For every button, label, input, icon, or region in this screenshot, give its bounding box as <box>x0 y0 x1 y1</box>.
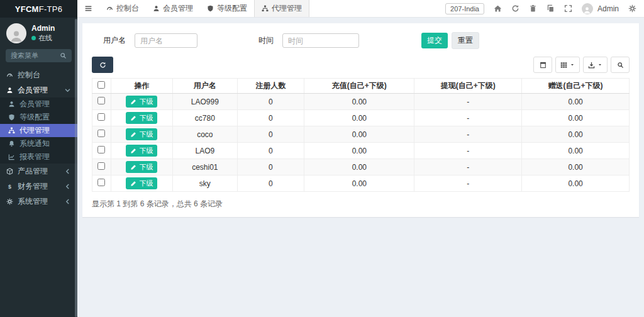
pencil-icon <box>130 115 136 121</box>
sidebar-item-members[interactable]: 会员管理 <box>0 97 77 111</box>
cell-registered: 0 <box>237 143 304 159</box>
table-body: 下级LAO99900.00-0.00下级cc78000.00-0.00下级coc… <box>92 94 630 192</box>
chart-icon <box>8 153 15 160</box>
card-view-button[interactable] <box>533 57 552 73</box>
search-toggle-button[interactable] <box>611 57 630 73</box>
main-area: 控制台 会员管理 等级配置 代理管理 207-India Admin <box>77 0 644 317</box>
home-icon[interactable] <box>494 4 502 13</box>
username-label: 用户名 <box>103 35 126 46</box>
refresh-button[interactable] <box>92 57 113 73</box>
tab-level-config[interactable]: 等级配置 <box>200 0 254 17</box>
row-checkbox[interactable] <box>97 130 105 137</box>
col-header-gift: 赠送(自己+下级) <box>522 79 630 94</box>
navbar-avatar[interactable] <box>582 3 593 14</box>
cell-withdraw: - <box>414 126 522 143</box>
bell-icon <box>8 140 15 147</box>
caret-down-icon <box>597 62 602 67</box>
pencil-icon <box>130 131 136 138</box>
cell-withdraw: - <box>414 94 522 110</box>
sidebar-search-input[interactable]: 搜索菜单 <box>6 49 72 62</box>
subordinate-button[interactable]: 下级 <box>126 128 157 140</box>
cell-withdraw: - <box>414 110 522 126</box>
cell-username: LAO999 <box>173 94 237 110</box>
person-icon <box>9 30 23 43</box>
copy-icon[interactable] <box>547 4 555 13</box>
fullscreen-icon[interactable] <box>564 4 572 13</box>
search-icon <box>617 62 624 69</box>
sidebar-item-report-management[interactable]: 报表管理 <box>0 150 77 164</box>
cell-registered: 0 <box>237 110 304 126</box>
tab-agent-management[interactable]: 代理管理 <box>254 0 309 17</box>
user-icon <box>8 101 15 108</box>
hamburger-icon <box>84 4 92 13</box>
sidebar-toggle-button[interactable] <box>77 4 99 13</box>
subordinate-button-label: 下级 <box>139 97 153 106</box>
row-checkbox[interactable] <box>97 97 105 104</box>
app-logo-bold: YFCM <box>15 4 39 14</box>
sidebar-item-product-management[interactable]: 产品管理 <box>0 164 77 179</box>
table-row: 下级LAO99900.00-0.00 <box>92 94 630 110</box>
user-panel: Admin 在线 <box>0 18 77 47</box>
cell-gift: 0.00 <box>522 175 630 192</box>
cell-gift: 0.00 <box>522 110 630 126</box>
cell-gift: 0.00 <box>522 94 630 110</box>
row-checkbox[interactable] <box>97 179 105 186</box>
pencil-icon <box>130 99 136 105</box>
card-view-icon <box>540 62 547 69</box>
subordinate-button[interactable]: 下级 <box>126 161 157 173</box>
cell-gift: 0.00 <box>522 159 630 175</box>
table-row: 下级coco00.00-0.00 <box>92 126 630 143</box>
username-input[interactable] <box>135 33 197 48</box>
navbar-right: 207-India Admin <box>445 3 644 14</box>
columns-button[interactable] <box>555 57 580 73</box>
pencil-icon <box>130 164 136 170</box>
table-toolbar <box>92 57 630 73</box>
chevron-left-icon <box>64 198 71 205</box>
select-all-checkbox[interactable] <box>97 81 105 89</box>
sidebar-item-level-config[interactable]: 等级配置 <box>0 111 77 124</box>
region-badge[interactable]: 207-India <box>445 3 484 14</box>
pencil-icon <box>130 181 136 187</box>
tab-member-management[interactable]: 会员管理 <box>146 0 200 17</box>
toolbar-right <box>533 57 630 73</box>
navbar-username[interactable]: Admin <box>597 4 619 13</box>
cell-gift: 0.00 <box>522 126 630 143</box>
subordinate-button[interactable]: 下级 <box>126 96 157 108</box>
sidebar-item-dashboard[interactable]: 控制台 <box>0 67 77 82</box>
sidebar-item-system-notice[interactable]: 系统通知 <box>0 137 77 150</box>
table-header-row: 操作 用户名 注册人数 充值(自己+下级) 提现(自己+下级) 赠送(自己+下级… <box>92 79 630 94</box>
subordinate-button-label: 下级 <box>139 162 153 172</box>
sidebar-item-finance-management[interactable]: 财务管理 <box>0 179 77 194</box>
cell-username: ceshi01 <box>173 159 237 175</box>
table-row: 下级cc78000.00-0.00 <box>92 110 630 126</box>
pagination-info: 显示第 1 到第 6 条记录，总共 6 条记录 <box>92 199 630 209</box>
row-checkbox[interactable] <box>97 162 105 170</box>
sidebar-item-agent-management[interactable]: 代理管理 <box>0 124 77 137</box>
reset-button[interactable]: 重置 <box>452 32 479 49</box>
cell-registered: 0 <box>237 126 304 143</box>
trash-icon[interactable] <box>529 4 537 13</box>
panel-card: 用户名 时间 提交 重置 <box>82 23 639 217</box>
time-input[interactable] <box>282 33 359 48</box>
time-label: 时间 <box>258 35 274 46</box>
export-button[interactable] <box>583 57 608 73</box>
subordinate-button-label: 下级 <box>139 146 153 155</box>
row-checkbox[interactable] <box>97 113 105 121</box>
caret-down-icon <box>570 62 575 67</box>
row-checkbox[interactable] <box>97 146 105 153</box>
subordinate-button[interactable]: 下级 <box>126 145 157 157</box>
table-row: 下级ceshi0100.00-0.00 <box>92 159 630 175</box>
subordinate-button[interactable]: 下级 <box>126 112 157 124</box>
gears-icon[interactable] <box>628 4 636 13</box>
app-logo-rest: F-TP6 <box>39 4 63 14</box>
subordinate-button[interactable]: 下级 <box>126 177 157 189</box>
tab-dashboard[interactable]: 控制台 <box>99 0 146 17</box>
columns-icon <box>560 62 567 69</box>
sidebar-item-system-management[interactable]: 系统管理 <box>0 194 77 209</box>
sidebar-item-member-management[interactable]: 会员管理 <box>0 82 77 97</box>
sitemap-icon <box>8 127 15 134</box>
app-logo: YFCMF-TP6 <box>0 0 77 18</box>
submit-button[interactable]: 提交 <box>421 33 448 48</box>
refresh-icon[interactable] <box>511 4 519 13</box>
user-name: Admin <box>31 24 55 33</box>
